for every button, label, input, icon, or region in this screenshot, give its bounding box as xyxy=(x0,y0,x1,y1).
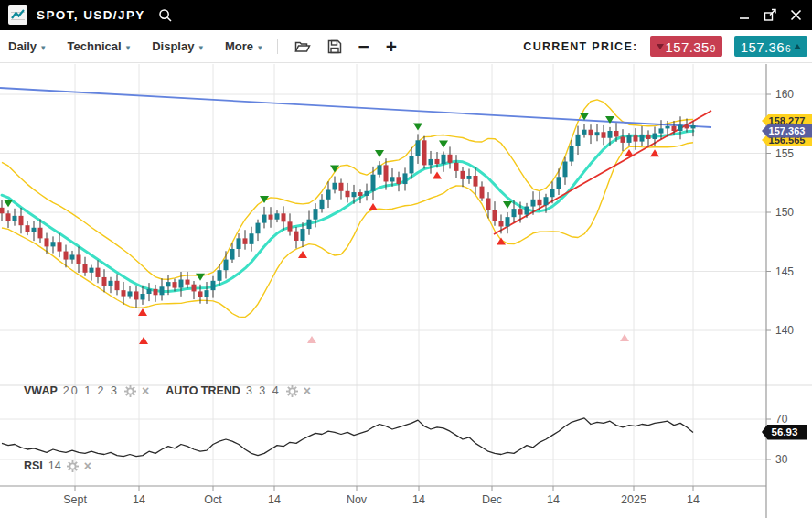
vwap-label: VWAP xyxy=(24,384,58,397)
resistance-trendline xyxy=(0,88,711,127)
rsi-layer xyxy=(2,418,693,457)
chevron-down-icon: ▾ xyxy=(41,43,46,52)
rsi-params: 14 xyxy=(48,459,61,472)
current-price-label: CURRENT PRICE: xyxy=(523,40,637,53)
sell-signal-icon xyxy=(503,201,512,209)
close-icon[interactable]: × xyxy=(142,385,149,396)
bid-price-main: 157.35 xyxy=(666,38,710,57)
chart-logo-icon xyxy=(8,5,27,25)
x-axis-tick-label: 14 xyxy=(133,493,145,506)
sell-signal-icon xyxy=(439,141,448,148)
sell-signal-icon xyxy=(375,150,384,157)
save-icon xyxy=(327,39,342,54)
bid-price-badge: 157.35 9 xyxy=(650,36,722,57)
x-axis-tick-label: Dec xyxy=(482,493,502,506)
toolbar: Daily ▾ Technical ▾ Display ▾ More ▾ xyxy=(0,30,812,63)
current-price-group: CURRENT PRICE: 157.35 9 157.36 6 xyxy=(523,36,807,57)
buy-signal-icon xyxy=(298,251,307,258)
price-tag: 157.363 xyxy=(762,124,812,138)
x-axis-tick-label: Oct xyxy=(204,493,222,506)
y-axis-tick-label: 150 xyxy=(775,206,794,219)
save-chart-button[interactable] xyxy=(327,39,342,54)
x-axis-tick-label: 14 xyxy=(547,493,560,506)
menu-display-label: Display xyxy=(152,39,194,53)
menu-technical-label: Technical xyxy=(68,39,122,53)
menu-technical[interactable]: Technical ▾ xyxy=(68,39,131,53)
rsi-value-tag: 56.93 xyxy=(762,425,807,440)
buy-signal-icon xyxy=(139,337,148,344)
vwap-params: 20 1 2 3 xyxy=(63,384,119,397)
x-axis-tick-label: Sept xyxy=(63,493,87,506)
autotrend-params: 3 3 4 xyxy=(246,384,281,397)
ask-price-badge: 157.36 6 xyxy=(734,36,807,57)
x-axis-tick-label: 2025 xyxy=(621,493,646,506)
menu-daily-label: Daily xyxy=(8,39,37,53)
price-down-arrow-icon xyxy=(657,44,664,49)
x-axis-tick-label: Nov xyxy=(347,493,368,506)
menu-display[interactable]: Display ▾ xyxy=(152,39,203,53)
y-axis-tick-label: 70 xyxy=(775,413,788,426)
minimize-button[interactable] xyxy=(737,8,752,23)
y-axis-tick-label: 145 xyxy=(775,265,794,278)
y-axis-tick-label: 30 xyxy=(775,453,788,466)
y-axis-tick-label: 155 xyxy=(775,147,794,160)
autotrend-label: AUTO TREND xyxy=(166,384,240,397)
chart-canvas[interactable]: Sept14Oct14Nov14Dec142025141601551501451… xyxy=(0,64,812,518)
chevron-down-icon: ▾ xyxy=(126,43,131,52)
x-axis-tick-label: 14 xyxy=(687,493,700,506)
sell-signal-icon xyxy=(4,200,13,207)
price-up-arrow-icon xyxy=(794,44,801,49)
search-icon[interactable] xyxy=(158,8,173,23)
sell-signal-icon xyxy=(196,274,205,281)
ask-price-fraction: 6 xyxy=(785,41,791,57)
signal-markers-layer xyxy=(4,113,659,344)
zoom-out-button[interactable]: − xyxy=(358,38,369,56)
bid-price-fraction: 9 xyxy=(710,41,716,57)
buy-signal-icon xyxy=(620,334,629,341)
buy-signal-icon xyxy=(307,336,316,343)
menu-more[interactable]: More ▾ xyxy=(225,39,262,53)
gear-icon[interactable] xyxy=(67,460,79,472)
x-axis-tick-label: 14 xyxy=(412,493,425,506)
open-chart-button[interactable] xyxy=(294,39,311,53)
chart-area[interactable]: Sept14Oct14Nov14Dec142025141601551501451… xyxy=(0,64,812,518)
y-axis-tick-label: 140 xyxy=(775,324,794,337)
close-icon[interactable]: × xyxy=(304,385,311,396)
buy-signal-icon xyxy=(433,171,442,178)
chevron-down-icon: ▾ xyxy=(258,43,262,52)
buy-signal-icon xyxy=(497,237,506,244)
gear-icon[interactable] xyxy=(286,385,298,397)
zoom-in-button[interactable]: + xyxy=(386,38,397,56)
rsi-label: RSI xyxy=(24,459,43,472)
buy-signal-icon xyxy=(369,203,378,210)
main-indicator-legend: VWAP 20 1 2 3 × AUTO TREND 3 3 4 xyxy=(24,384,311,397)
y-axis-tick-label: 160 xyxy=(775,88,794,101)
chevron-down-icon: ▾ xyxy=(198,43,203,52)
window-controls xyxy=(737,8,803,23)
close-icon[interactable]: × xyxy=(84,460,91,471)
trading-app-window: SPOT, USD/JPY xyxy=(0,0,812,518)
ask-price-main: 157.36 xyxy=(741,38,785,57)
titlebar: SPOT, USD/JPY xyxy=(0,0,812,30)
rsi-indicator-legend: RSI 14 × xyxy=(24,459,91,472)
sell-signal-icon xyxy=(413,123,422,130)
menu-more-label: More xyxy=(225,39,253,53)
x-axis-tick-label: 14 xyxy=(268,493,281,506)
popout-button[interactable] xyxy=(763,8,777,23)
toolbar-divider xyxy=(277,39,278,54)
close-icon[interactable] xyxy=(788,8,803,23)
gear-icon[interactable] xyxy=(124,385,136,397)
menu-daily[interactable]: Daily ▾ xyxy=(8,39,46,53)
page-title: SPOT, USD/JPY xyxy=(37,8,145,22)
buy-signal-icon xyxy=(625,149,634,156)
folder-open-icon xyxy=(294,39,311,53)
